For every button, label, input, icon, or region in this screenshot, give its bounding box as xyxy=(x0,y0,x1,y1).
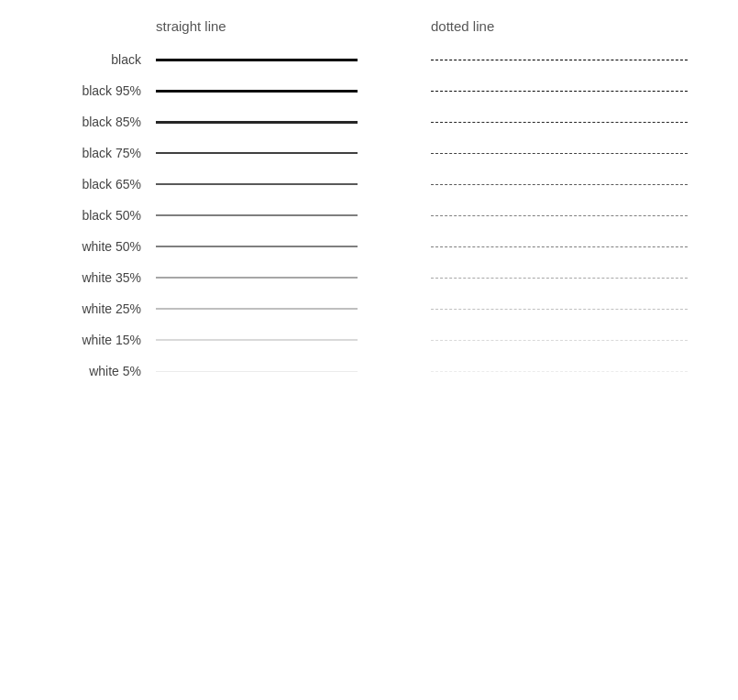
row-label: white 5% xyxy=(37,364,156,378)
straight-line xyxy=(156,371,358,372)
table-row: black xyxy=(37,52,701,67)
table-row: white 5% xyxy=(37,364,701,378)
row-label: black xyxy=(37,52,156,67)
table-row: black 65% xyxy=(37,177,701,191)
header-row: straight line dotted line xyxy=(37,18,701,34)
straight-col-header: straight line xyxy=(156,18,358,34)
table-row: white 25% xyxy=(37,301,701,316)
table-row: black 75% xyxy=(37,146,701,160)
dotted-line-wrap xyxy=(431,60,688,60)
dotted-line-wrap xyxy=(431,278,688,279)
straight-line-wrap xyxy=(156,121,358,124)
row-label: black 85% xyxy=(37,115,156,129)
straight-line-wrap xyxy=(156,152,358,154)
straight-line xyxy=(156,277,358,279)
straight-line xyxy=(156,152,358,154)
straight-line-wrap xyxy=(156,277,358,279)
straight-line-wrap xyxy=(156,59,358,61)
dotted-line-wrap xyxy=(431,215,688,216)
dotted-line xyxy=(431,122,688,123)
dotted-line xyxy=(431,153,688,154)
table-row: black 50% xyxy=(37,208,701,223)
straight-line-wrap xyxy=(156,246,358,247)
row-label: white 15% xyxy=(37,333,156,347)
straight-line xyxy=(156,59,358,61)
straight-line xyxy=(156,246,358,247)
dotted-col-header: dotted line xyxy=(431,18,688,34)
straight-line-wrap xyxy=(156,308,358,310)
straight-line-wrap xyxy=(156,214,358,216)
straight-line-wrap xyxy=(156,183,358,185)
table-row: white 50% xyxy=(37,239,701,254)
dotted-line-wrap xyxy=(431,309,688,310)
table-row: black 85% xyxy=(37,115,701,129)
straight-line-wrap xyxy=(156,339,358,341)
main-container: straight line dotted line black black 95… xyxy=(0,0,738,413)
row-label: white 35% xyxy=(37,270,156,285)
rows-container: black black 95% black 85% black 75% xyxy=(37,52,701,378)
straight-line xyxy=(156,308,358,310)
dotted-line-header: dotted line xyxy=(431,18,494,34)
table-row: white 15% xyxy=(37,333,701,347)
row-label: black 65% xyxy=(37,177,156,191)
dotted-line-wrap xyxy=(431,122,688,123)
row-label: white 25% xyxy=(37,301,156,316)
straight-line-wrap xyxy=(156,371,358,372)
dotted-line-wrap xyxy=(431,371,688,372)
straight-line xyxy=(156,183,358,185)
dotted-line xyxy=(431,309,688,310)
dotted-line-wrap xyxy=(431,340,688,341)
dotted-line xyxy=(431,371,688,372)
dotted-line xyxy=(431,91,688,92)
dotted-line-wrap xyxy=(431,153,688,154)
dotted-line xyxy=(431,340,688,341)
dotted-line xyxy=(431,60,688,60)
row-label: black 75% xyxy=(37,146,156,160)
row-label: black 50% xyxy=(37,208,156,223)
straight-line xyxy=(156,90,358,93)
straight-line xyxy=(156,339,358,341)
dotted-line xyxy=(431,278,688,279)
dotted-line xyxy=(431,215,688,216)
straight-line-header: straight line xyxy=(156,18,226,34)
row-label: white 50% xyxy=(37,239,156,254)
straight-line xyxy=(156,121,358,124)
straight-line xyxy=(156,214,358,216)
dotted-line-wrap xyxy=(431,246,688,247)
straight-line-wrap xyxy=(156,90,358,93)
dotted-line xyxy=(431,246,688,247)
row-label: black 95% xyxy=(37,83,156,98)
table-row: white 35% xyxy=(37,270,701,285)
dotted-line-wrap xyxy=(431,184,688,185)
dotted-line xyxy=(431,184,688,185)
dotted-line-wrap xyxy=(431,91,688,92)
table-row: black 95% xyxy=(37,83,701,98)
